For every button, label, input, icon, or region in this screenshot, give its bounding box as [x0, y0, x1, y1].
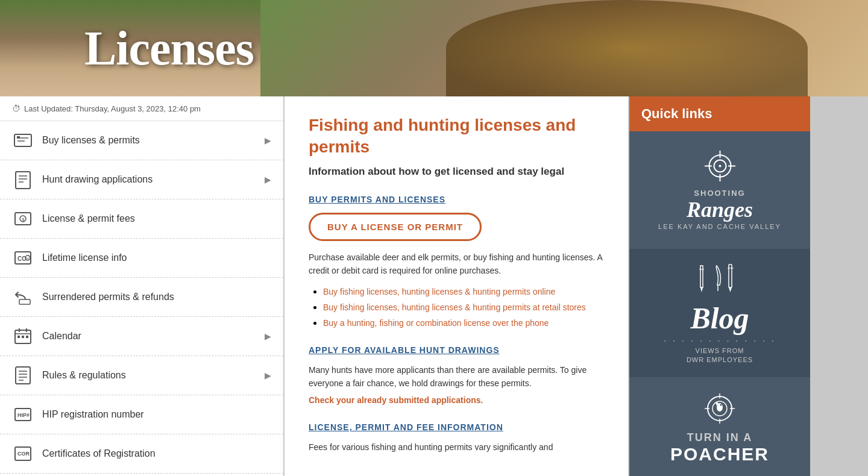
sidebar-item-buy-licenses[interactable]: Buy licenses & permits ▶ [0, 121, 283, 160]
buy-links-list: Buy fishing licenses, hunting licenses &… [309, 286, 604, 328]
last-updated-text: Last Updated: Thursday, August 3, 2023, … [24, 104, 201, 113]
arrow-icon-5: ▶ [265, 331, 271, 341]
sidebar-label-buy-licenses: Buy licenses & permits [42, 135, 140, 146]
sidebar-label-cor: Certificates of Registration [42, 448, 156, 459]
clock-icon: ⏱ [12, 104, 20, 113]
svg-rect-22 [26, 336, 28, 338]
poacher-icon [702, 392, 738, 425]
sidebar-item-hunt-drawing[interactable]: Hunt drawing applications ▶ [0, 160, 283, 199]
left-sidebar: ⏱ Last Updated: Thursday, August 3, 2023… [0, 96, 283, 476]
blog-title: Blog [641, 303, 798, 333]
fees-description: Fees for various fishing and hunting per… [309, 440, 604, 454]
svg-marker-48 [700, 287, 703, 292]
blog-subtitle: VIEWS FROM DWR EMPLOYEES [641, 346, 798, 365]
main-layout: ⏱ Last Updated: Thursday, August 3, 2023… [0, 96, 868, 476]
poacher-title-top: TURN IN A [641, 431, 798, 444]
shooting-ranges-title-sm: SHOOTING [641, 189, 798, 198]
svg-text:HIP#: HIP# [17, 412, 30, 418]
hero-section: Licenses [0, 0, 868, 96]
quick-links-sidebar: Quick links SHOOTING Ranges LEE KAY AND … [629, 96, 810, 476]
last-updated-bar: ⏱ Last Updated: Thursday, August 3, 2023… [0, 96, 283, 121]
svg-text:∞: ∞ [27, 256, 30, 260]
content-title: Fishing and hunting licenses and permits [309, 114, 604, 158]
sidebar-label-hip: HIP registration number [42, 409, 144, 420]
svg-text:COR: COR [17, 451, 30, 457]
svg-rect-15 [19, 299, 30, 304]
svg-point-56 [717, 403, 723, 412]
arrow-icon-6: ▶ [265, 371, 271, 380]
section-heading-buy: BUY PERMITS AND LICENSES [309, 195, 604, 204]
crosshair-icon-area [641, 149, 798, 183]
cor-icon: COR [12, 443, 34, 465]
drawings-description: Many hunts have more applicants than the… [309, 363, 604, 390]
arrow-icon-1: ▶ [265, 175, 271, 184]
sidebar-item-calendar[interactable]: Calendar ▶ [0, 317, 283, 356]
buy-link-online[interactable]: Buy fishing licenses, hunting licenses &… [323, 287, 555, 296]
shooting-ranges-title-lg: Ranges [641, 199, 798, 221]
svg-rect-4 [16, 172, 30, 189]
refunds-icon [12, 286, 34, 308]
rules-icon [12, 365, 34, 386]
svg-marker-52 [729, 287, 732, 292]
sidebar-label-fees: License & permit fees [42, 213, 135, 224]
sidebar-item-cor[interactable]: COR Certificates of Registration [0, 434, 283, 474]
hip-icon: HIP# [12, 404, 34, 425]
blog-dots: . . . . . . . . . . . . . [641, 333, 798, 344]
sidebar-label-hunt-drawing: Hunt drawing applications [42, 174, 153, 185]
crosshair-icon [703, 149, 737, 183]
content-subtitle: Information about how to get licensed an… [309, 166, 604, 178]
buy-description: Purchase available deer and elk permits,… [309, 251, 604, 278]
check-applications-link[interactable]: Check your already submitted application… [309, 395, 483, 405]
buy-link-phone[interactable]: Buy a hunting, fishing or combination li… [323, 318, 549, 328]
calendar-icon [12, 325, 34, 347]
sidebar-label-refunds: Surrendered permits & refunds [42, 292, 174, 302]
sidebar-item-bookstore[interactable]: Natural Resources Bookstore [0, 474, 283, 476]
license-card-icon [12, 130, 34, 151]
svg-rect-47 [700, 266, 703, 287]
svg-rect-20 [17, 336, 20, 338]
page-title: Licenses [84, 21, 254, 76]
sidebar-item-fees[interactable]: $ License & permit fees [0, 199, 283, 239]
shooting-ranges-subtitle: LEE KAY AND CACHE VALLEY [641, 223, 798, 230]
buy-link-retail[interactable]: Buy fishing licenses, hunting licenses &… [323, 302, 586, 312]
quick-link-shooting-ranges[interactable]: SHOOTING Ranges LEE KAY AND CACHE VALLEY [629, 131, 810, 249]
svg-rect-21 [22, 336, 24, 338]
lifetime-icon: CO∞ [12, 247, 34, 269]
arrow-icon-0: ▶ [265, 136, 271, 145]
pencil-icons [696, 261, 744, 297]
svg-rect-0 [14, 134, 31, 146]
quick-link-poacher[interactable]: TURN IN A POACHER [629, 378, 810, 476]
poacher-icon-area [641, 392, 798, 425]
svg-point-42 [719, 165, 721, 168]
sidebar-item-lifetime[interactable]: CO∞ Lifetime license info [0, 239, 283, 278]
hunt-drawing-icon [12, 169, 34, 190]
quick-links-header: Quick links [629, 96, 810, 131]
quick-link-blog[interactable]: Blog . . . . . . . . . . . . . VIEWS FRO… [629, 249, 810, 378]
section-heading-fees: LICENSE, PERMIT AND FEE INFORMATION [309, 422, 604, 432]
pencil-icons-area [641, 261, 798, 297]
sidebar-label-calendar: Calendar [42, 331, 81, 342]
svg-point-57 [720, 404, 722, 406]
main-content: Fishing and hunting licenses and permits… [285, 96, 628, 476]
svg-rect-3 [17, 136, 20, 139]
svg-text:$: $ [22, 217, 25, 222]
fees-icon: $ [12, 208, 34, 230]
sidebar-item-refunds[interactable]: Surrendered permits & refunds [0, 278, 283, 317]
sidebar-label-lifetime: Lifetime license info [42, 252, 127, 263]
elk-silhouette [446, 0, 808, 96]
poacher-title-bot: POACHER [641, 444, 798, 465]
sidebar-item-rules[interactable]: Rules & regulations ▶ [0, 356, 283, 395]
svg-rect-23 [16, 367, 30, 384]
buy-license-button[interactable]: BUY A LICENSE OR PERMIT [309, 213, 482, 241]
section-heading-drawings: APPLY FOR AVAILABLE HUNT DRAWINGS [309, 345, 604, 355]
sidebar-label-rules: Rules & regulations [42, 370, 126, 381]
sidebar-item-hip[interactable]: HIP# HIP registration number [0, 395, 283, 434]
